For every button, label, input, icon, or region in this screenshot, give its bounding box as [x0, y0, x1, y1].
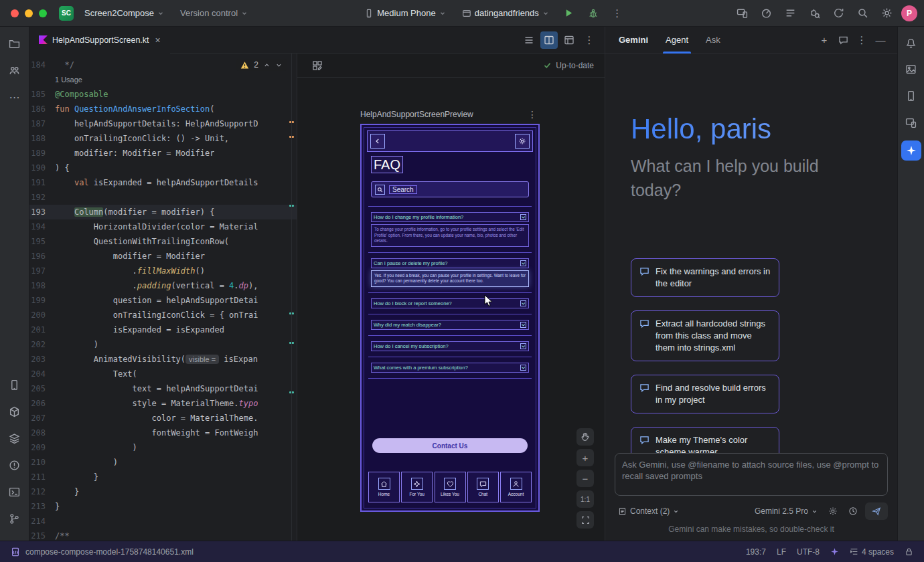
prev-warning-icon[interactable]	[263, 62, 271, 69]
logcat-icon[interactable]	[781, 4, 799, 23]
line-number[interactable]: 200	[29, 310, 55, 320]
code-line[interactable]: 191 val isExpanded = helpAndSupportDetai…	[29, 175, 297, 190]
line-number[interactable]: 195	[29, 237, 55, 246]
close-tab-icon[interactable]: ×	[154, 35, 162, 45]
line-number[interactable]: 208	[29, 428, 55, 438]
version-control-icon[interactable]	[3, 507, 26, 530]
line-number[interactable]: 187	[29, 119, 55, 128]
run-button[interactable]	[560, 4, 579, 23]
build-icon[interactable]	[3, 400, 26, 423]
user-avatar[interactable]: P	[901, 5, 917, 21]
nav-item-home[interactable]: Home	[368, 472, 400, 502]
new-chat-icon[interactable]: +	[816, 31, 833, 49]
settings-icon[interactable]	[877, 4, 896, 23]
faq-item[interactable]: Can I pause or delete my profile?Yes. If…	[368, 253, 532, 293]
line-number[interactable]: 190	[29, 163, 55, 173]
contact-us-button[interactable]: Contact Us	[372, 438, 528, 453]
gemini-prompt-input[interactable]	[615, 453, 888, 496]
code-line[interactable]: 185@Composable	[29, 87, 297, 102]
expand-icon[interactable]	[520, 365, 526, 371]
faq-item[interactable]: Why did my match disappear?	[368, 314, 532, 336]
line-separator[interactable]: LF	[777, 547, 786, 557]
line-number[interactable]: 205	[29, 384, 55, 393]
line-number[interactable]: 193	[29, 207, 55, 217]
tab-helpandsupportscreen[interactable]: HelpAndSupportScreen.kt ×	[29, 27, 170, 54]
zoom-to-fit-button[interactable]	[576, 511, 594, 529]
line-number[interactable]: 198	[29, 281, 55, 290]
zoom-in-button[interactable]: +	[576, 449, 594, 466]
model-selector[interactable]: Gemini 2.5 Pro	[751, 504, 821, 518]
device-manager-icon[interactable]	[900, 84, 923, 107]
more-actions-button[interactable]: ⋮	[608, 4, 627, 23]
zoom-window-button[interactable]	[39, 9, 47, 17]
hide-panel-icon[interactable]: —	[872, 31, 889, 49]
expand-icon[interactable]	[520, 214, 526, 220]
code-line[interactable]: 195 QuestionWithTrailingIconRow(	[29, 234, 297, 249]
gemini-settings-icon[interactable]	[825, 503, 841, 519]
line-number[interactable]: 210	[29, 458, 55, 467]
code-line[interactable]: 194 HorizontalDivider(color = Material	[29, 219, 297, 234]
line-number[interactable]: 207	[29, 413, 55, 423]
chat-history-icon[interactable]	[834, 31, 852, 49]
phone-preview[interactable]: FAQ Search How do I change my profile in…	[360, 124, 540, 512]
settings-gear-button[interactable]	[515, 134, 530, 149]
code-inlay-row[interactable]: 1 Usage	[29, 72, 297, 87]
notifications-icon[interactable]	[900, 31, 923, 54]
faq-question[interactable]: How do I block or report someone?	[371, 298, 529, 308]
version-control-menu[interactable]: Version control	[175, 5, 253, 21]
line-number[interactable]: 197	[29, 266, 55, 276]
run-configuration-selector[interactable]: datingandfriends	[457, 5, 554, 21]
faq-item[interactable]: How do I cancel my subscription?	[368, 336, 532, 357]
code-line[interactable]: 192	[29, 190, 297, 205]
nav-item-for-you[interactable]: For You	[401, 472, 433, 502]
nav-item-likes-you[interactable]: Likes You	[435, 472, 466, 502]
code-line[interactable]: 210 )	[29, 455, 297, 470]
line-number[interactable]: 191	[29, 178, 55, 187]
code-line[interactable]: 205 text = helpAndSupportDetai	[29, 381, 297, 396]
code-line[interactable]: 190) {	[29, 161, 297, 175]
line-number[interactable]: 192	[29, 193, 55, 202]
line-number[interactable]: 186	[29, 104, 55, 114]
code-line[interactable]: 215/**	[29, 529, 297, 541]
line-number[interactable]: 194	[29, 222, 55, 231]
project-structure-icon[interactable]	[3, 59, 26, 82]
code-line[interactable]: 206 style = MaterialTheme.typo	[29, 396, 297, 411]
preview-more-icon[interactable]: ⋮	[525, 107, 540, 122]
code-line[interactable]: 204 Text(	[29, 367, 297, 381]
nav-item-chat[interactable]: Chat	[467, 472, 499, 502]
code-line[interactable]: 197 .fillMaxWidth()	[29, 264, 297, 278]
search-everywhere-icon[interactable]	[853, 4, 872, 23]
code-line[interactable]: 213}	[29, 499, 297, 514]
device-mirroring-icon[interactable]	[733, 4, 751, 23]
logcat-tool-icon[interactable]	[3, 427, 26, 450]
code-line[interactable]: 201 isExpanded = isExpanded	[29, 322, 297, 337]
preview-layout-icon[interactable]	[308, 56, 327, 75]
expand-icon[interactable]	[520, 322, 526, 328]
read-lock-icon[interactable]	[905, 547, 913, 556]
layout-inspector-icon[interactable]	[900, 111, 923, 134]
caret-position[interactable]: 193:7	[746, 547, 766, 557]
design-view-button[interactable]	[560, 31, 578, 49]
code-line[interactable]: 198 .padding(vertical = 4.dp),	[29, 278, 297, 293]
line-number[interactable]: 213	[29, 502, 55, 511]
sync-project-icon[interactable]	[829, 4, 848, 23]
faq-question[interactable]: What comes with a premium subscription?	[371, 363, 529, 373]
app-quality-insights-icon[interactable]	[805, 4, 824, 23]
code-line[interactable]: 203 AnimatedVisibility(visible = isExpan	[29, 352, 297, 367]
terminal-icon[interactable]	[3, 480, 26, 503]
code-line[interactable]: 208 fontWeight = FontWeigh	[29, 426, 297, 440]
code-line[interactable]: 212 }	[29, 484, 297, 499]
faq-item[interactable]: What comes with a premium subscription?	[368, 357, 532, 379]
debug-button[interactable]	[584, 4, 603, 23]
line-number[interactable]: 204	[29, 369, 55, 379]
suggestion-card[interactable]: Find and resolve build errors in my proj…	[631, 375, 779, 413]
project-selector[interactable]: Screen2Compose	[79, 5, 169, 21]
code-line[interactable]: 188 onTrailingIconClick: () -> Unit,	[29, 131, 297, 146]
line-number[interactable]: 202	[29, 340, 55, 349]
suggestion-card[interactable]: Fix the warnings and errors in the edito…	[631, 258, 779, 297]
prompt-history-icon[interactable]	[845, 503, 861, 519]
tab-agent[interactable]: Agent	[666, 27, 688, 54]
code-line[interactable]: 189 modifier: Modifier = Modifier	[29, 146, 297, 161]
faq-question[interactable]: How do I cancel my subscription?	[371, 341, 529, 351]
send-button[interactable]	[865, 502, 888, 520]
